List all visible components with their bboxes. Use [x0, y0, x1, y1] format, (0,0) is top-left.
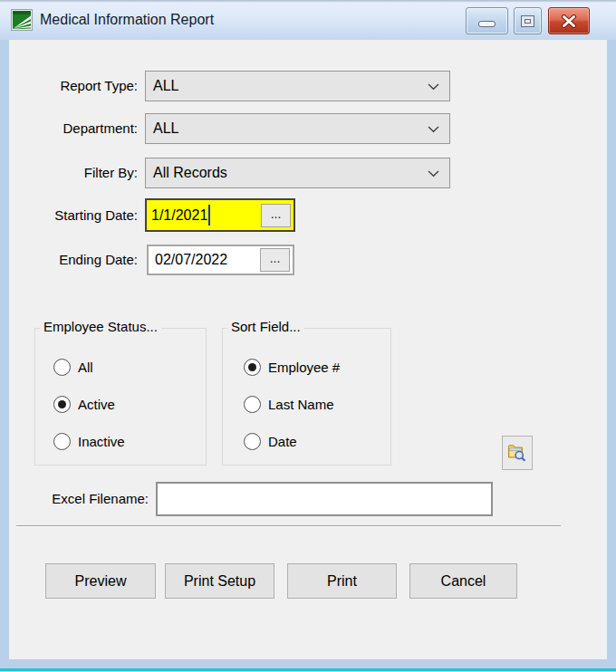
report-type-value: ALL: [146, 72, 449, 101]
radio-employee-status-active[interactable]: Active: [53, 395, 115, 413]
preview-button[interactable]: Preview: [45, 563, 156, 599]
ending-date-label: Ending Date:: [9, 245, 138, 275]
excel-filename-label: Excel Filename:: [9, 482, 149, 516]
maximize-icon: [521, 15, 534, 27]
minimize-button[interactable]: [466, 7, 508, 34]
chevron-down-icon: [428, 170, 439, 178]
starting-date-label: Starting Date:: [9, 198, 138, 232]
window-title: Medical Information Report: [40, 0, 214, 40]
titlebar[interactable]: Medical Information Report: [0, 0, 616, 40]
sort-field-legend: Sort Field...: [227, 319, 304, 334]
radio-label: Employee #: [268, 360, 340, 375]
print-button[interactable]: Print: [287, 563, 397, 599]
starting-date-value: 1/1/2021: [151, 207, 207, 223]
excel-filename-input[interactable]: [156, 482, 493, 516]
radio-label: Last Name: [268, 397, 334, 412]
radio-icon: [244, 433, 261, 450]
radio-employee-status-all[interactable]: All: [53, 358, 93, 376]
app-logo-icon: [11, 9, 33, 31]
divider: [16, 525, 561, 527]
department-value: ALL: [146, 114, 449, 143]
file-preview-button[interactable]: [502, 436, 533, 470]
window-bottom-edge: [0, 668, 616, 671]
filter-by-dropdown[interactable]: All Records: [145, 158, 450, 188]
sort-field-group: Sort Field... Employee # Last Name Date: [222, 328, 391, 466]
radio-sort-employee-number[interactable]: Employee #: [244, 358, 340, 376]
print-setup-button[interactable]: Print Setup: [165, 563, 274, 599]
report-type-label: Report Type:: [9, 71, 138, 101]
employee-status-legend: Employee Status...: [40, 319, 161, 334]
radio-icon: [244, 396, 261, 413]
radio-selected-icon: [53, 396, 71, 413]
minimize-icon: [478, 21, 496, 27]
text-cursor: [208, 205, 210, 226]
radio-sort-last-name[interactable]: Last Name: [244, 395, 334, 413]
chevron-down-icon: [428, 83, 439, 91]
chevron-down-icon: [428, 126, 439, 133]
radio-label: Date: [268, 434, 297, 449]
starting-date-browse-button[interactable]: ...: [261, 204, 291, 227]
starting-date-field[interactable]: 1/1/2021 ...: [145, 198, 295, 232]
radio-label: Inactive: [78, 434, 125, 449]
report-type-dropdown[interactable]: ALL: [145, 71, 450, 101]
dialog-body: Report Type: Department: Filter By: Star…: [9, 40, 607, 659]
close-button[interactable]: [548, 7, 590, 34]
department-label: Department:: [9, 113, 138, 144]
radio-selected-icon: [244, 359, 261, 376]
employee-status-group: Employee Status... All Active Inactive: [34, 328, 207, 466]
close-icon: [560, 14, 578, 28]
maximize-button[interactable]: [514, 7, 542, 34]
ending-date-field[interactable]: 02/07/2022 ...: [147, 245, 294, 275]
radio-label: Active: [78, 397, 115, 412]
filter-by-label: Filter By:: [9, 158, 138, 188]
radio-sort-date[interactable]: Date: [244, 432, 297, 450]
ending-date-browse-button[interactable]: ...: [260, 248, 290, 272]
radio-employee-status-inactive[interactable]: Inactive: [53, 432, 125, 450]
radio-icon: [53, 433, 71, 450]
cancel-button[interactable]: Cancel: [409, 563, 517, 599]
folder-magnifier-icon: [507, 444, 527, 463]
dialog-window: Medical Information Report Report Type: …: [0, 0, 616, 672]
radio-label: All: [78, 360, 93, 375]
radio-icon: [53, 359, 71, 376]
ending-date-value: 02/07/2022: [155, 252, 227, 267]
department-dropdown[interactable]: ALL: [145, 113, 450, 144]
filter-by-value: All Records: [146, 158, 449, 187]
